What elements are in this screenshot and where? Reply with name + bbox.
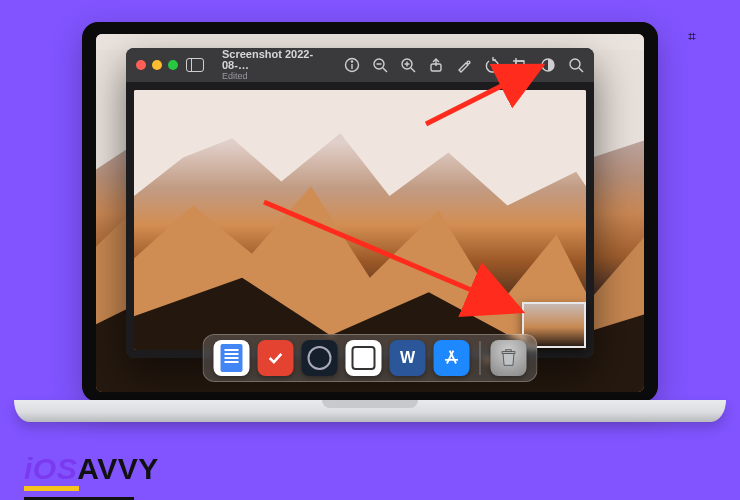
svg-point-19	[570, 59, 580, 69]
zoom-in-icon[interactable]	[400, 57, 416, 73]
svg-point-14	[467, 61, 470, 64]
preview-app-window: Screenshot 2022-08-… Edited	[126, 48, 594, 358]
file-title: Screenshot 2022-08-…	[222, 49, 336, 71]
dock-app-google-docs[interactable]	[214, 340, 250, 376]
logo-part-ios: iOS	[24, 452, 77, 485]
screenshot-image	[134, 90, 586, 350]
site-logo: iOSAVVY	[24, 452, 159, 486]
window-controls	[136, 60, 178, 70]
dock-separator	[480, 341, 481, 375]
dock-app-steam[interactable]	[302, 340, 338, 376]
rotate-left-icon[interactable]	[484, 57, 500, 73]
svg-marker-21	[134, 90, 586, 206]
file-status: Edited	[222, 72, 336, 81]
dock-app-todoist[interactable]	[258, 340, 294, 376]
bluetooth-icon: ⌗	[688, 28, 696, 45]
window-title-group: Screenshot 2022-08-… Edited	[222, 49, 336, 81]
desktop: Screenshot 2022-08-… Edited	[96, 34, 644, 392]
markup-icon[interactable]	[456, 57, 472, 73]
svg-rect-28	[506, 350, 512, 352]
minimize-button[interactable]	[152, 60, 162, 70]
adjust-icon[interactable]	[540, 57, 556, 73]
close-button[interactable]	[136, 60, 146, 70]
dock-app-files[interactable]	[346, 340, 382, 376]
crop-icon[interactable]	[512, 57, 528, 73]
dock: W	[203, 334, 538, 382]
share-icon[interactable]	[428, 57, 444, 73]
search-icon[interactable]	[568, 57, 584, 73]
sidebar-toggle-button[interactable]	[186, 58, 204, 72]
dock-trash[interactable]	[491, 340, 527, 376]
preview-titlebar[interactable]: Screenshot 2022-08-… Edited	[126, 48, 594, 82]
svg-line-20	[579, 68, 583, 72]
info-icon[interactable]	[344, 57, 360, 73]
zoom-out-icon[interactable]	[372, 57, 388, 73]
laptop-screen-bezel: Screenshot 2022-08-… Edited	[82, 22, 658, 402]
fullscreen-button[interactable]	[168, 60, 178, 70]
svg-line-7	[383, 68, 387, 72]
dock-app-word[interactable]: W	[390, 340, 426, 376]
svg-rect-15	[516, 61, 524, 69]
svg-line-10	[411, 68, 415, 72]
svg-point-5	[351, 61, 352, 62]
preview-canvas[interactable]	[126, 82, 594, 358]
logo-part-avvy: AVVY	[77, 452, 158, 485]
laptop-base	[14, 400, 726, 422]
dock-app-appstore[interactable]	[434, 340, 470, 376]
